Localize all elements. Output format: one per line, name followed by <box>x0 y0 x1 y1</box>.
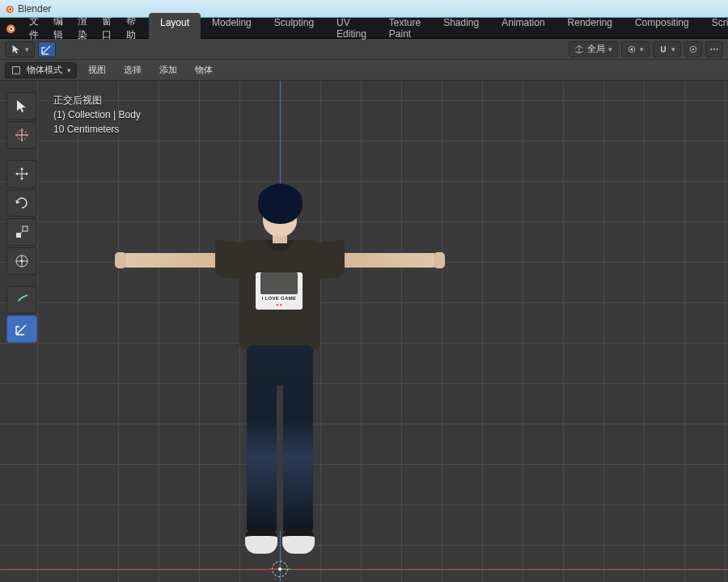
chevron-down-icon: ▾ <box>608 45 612 53</box>
measure-tool-icon[interactable] <box>38 41 56 57</box>
svg-point-12 <box>717 48 718 50</box>
hud-grid-scale: 10 Centimeters <box>53 122 141 137</box>
mode-dropdown[interactable]: 物体模式 ▾ <box>5 62 77 78</box>
pivot-icon <box>627 44 637 54</box>
char-arm-right <box>333 253 440 268</box>
svg-line-21 <box>21 231 23 233</box>
char-pants-gap <box>277 386 283 531</box>
tool-cursor[interactable] <box>6 121 37 149</box>
mode-label: 物体模式 <box>27 64 62 76</box>
tab-shading[interactable]: Shading <box>432 13 490 44</box>
tab-uv-editing[interactable]: UV Editing <box>325 13 378 44</box>
orientation-dropdown[interactable]: 全局 ▾ <box>569 41 618 57</box>
proportional-icon <box>688 44 698 54</box>
viewport-hud: 正交后视图 (1) Collection | Body 10 Centimete… <box>53 93 141 137</box>
extra-options-icon[interactable] <box>705 41 723 57</box>
3d-cursor-icon <box>272 561 288 577</box>
blender-icon[interactable] <box>3 20 16 36</box>
tab-rendering[interactable]: Rendering <box>557 13 624 44</box>
tool-select-box[interactable] <box>6 92 37 120</box>
top-menubar: 文件 编辑 渲染 窗口 帮助 Layout Modeling Sculpting… <box>0 18 728 39</box>
char-hand-right <box>434 252 445 268</box>
menu-render[interactable]: 渲染 <box>71 13 94 44</box>
char-shoe-right <box>282 529 315 554</box>
blender-logo-icon <box>3 3 15 15</box>
object-mode-icon <box>11 65 22 76</box>
viewport-subheader: 物体模式 ▾ 视图 选择 添加 物体 <box>0 60 728 81</box>
tab-texture-paint[interactable]: Texture Paint <box>378 13 432 44</box>
svg-point-23 <box>21 260 23 263</box>
menu-window[interactable]: 窗口 <box>95 13 118 44</box>
tool-scale[interactable] <box>6 218 37 246</box>
magnet-icon <box>658 44 668 54</box>
char-shoe-left <box>245 529 277 554</box>
chevron-down-icon: ▾ <box>671 45 675 53</box>
chevron-down-icon: ▾ <box>67 66 71 74</box>
subheader-object[interactable]: 物体 <box>188 61 219 78</box>
tab-sculpting[interactable]: Sculpting <box>263 13 325 44</box>
tool-rotate[interactable] <box>6 189 37 217</box>
hud-view-name: 正交后视图 <box>53 93 141 108</box>
svg-point-6 <box>631 48 633 50</box>
tool-move[interactable] <box>6 160 37 188</box>
tool-annotate[interactable] <box>6 286 37 314</box>
snap-dropdown[interactable]: ▾ <box>653 41 681 57</box>
workspace-tabs: Layout Modeling Sculpting UV Editing Tex… <box>149 13 728 44</box>
print-text: I LOVE GAME <box>262 296 297 301</box>
char-hair-front <box>259 185 302 208</box>
svg-rect-19 <box>23 226 28 231</box>
svg-rect-20 <box>16 233 21 238</box>
svg-point-10 <box>710 48 712 50</box>
orientation-icon <box>574 44 584 54</box>
svg-point-9 <box>692 48 694 49</box>
cursor-tool-icon <box>11 44 22 55</box>
hud-collection: (1) Collection | Body <box>53 108 141 122</box>
tab-layout[interactable]: Layout <box>149 13 201 44</box>
chevron-down-icon: ▾ <box>640 45 644 53</box>
tab-animation[interactable]: Animation <box>490 13 556 44</box>
subheader-view[interactable]: 视图 <box>82 61 112 78</box>
character-body-mesh[interactable]: I LOVE GAME ♥ ♥ <box>120 183 440 580</box>
chevron-down-icon: ▾ <box>25 45 29 53</box>
proportional-edit-toggle[interactable] <box>684 41 702 57</box>
tab-modeling[interactable]: Modeling <box>201 13 263 44</box>
menu-file[interactable]: 文件 <box>23 13 45 44</box>
char-shirt-print: I LOVE GAME ♥ ♥ <box>256 272 303 310</box>
svg-rect-13 <box>13 66 20 74</box>
svg-point-5 <box>11 27 13 30</box>
pivot-dropdown[interactable]: ▾ <box>621 41 650 57</box>
tool-transform[interactable] <box>6 247 37 275</box>
menu-edit[interactable]: 编辑 <box>47 13 70 44</box>
viewport-toolbar <box>6 92 37 343</box>
print-graphic-icon <box>260 272 298 294</box>
orientation-label: 全局 <box>587 43 605 55</box>
menu-help[interactable]: 帮助 <box>120 13 142 44</box>
char-arm-left <box>120 253 226 268</box>
svg-point-2 <box>9 8 11 11</box>
tab-compositing[interactable]: Compositing <box>624 13 700 44</box>
interaction-mode-dropdown[interactable]: ▾ <box>5 41 35 57</box>
svg-point-11 <box>713 48 715 50</box>
char-hand-left <box>115 252 126 268</box>
print-hearts-icon: ♥ ♥ <box>276 302 281 307</box>
3d-viewport[interactable]: 正交后视图 (1) Collection | Body 10 Centimete… <box>0 81 728 582</box>
tool-measure[interactable] <box>6 315 37 343</box>
subheader-add[interactable]: 添加 <box>153 61 184 78</box>
subheader-select[interactable]: 选择 <box>117 61 148 78</box>
tab-scripting[interactable]: Scripting <box>700 13 728 44</box>
